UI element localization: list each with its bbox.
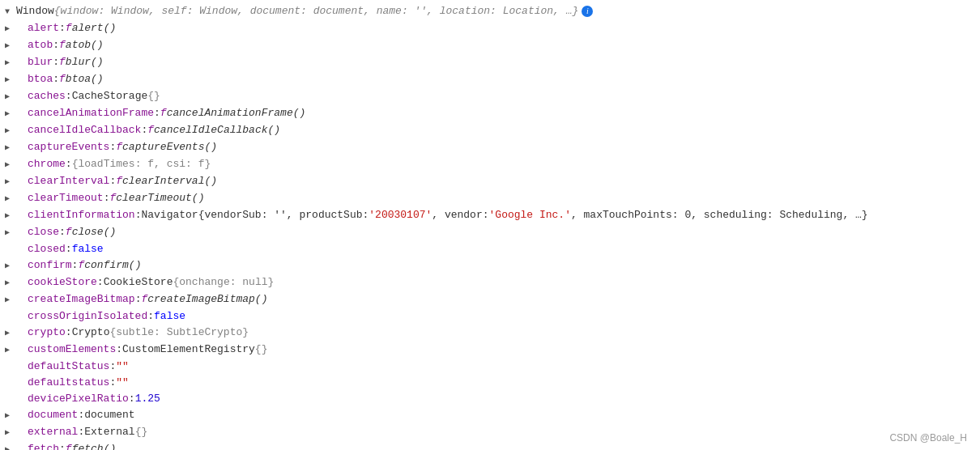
property-key: defaultStatus (28, 359, 109, 374)
console-line[interactable]: fetch: f fetch() (0, 441, 980, 450)
expand-arrow[interactable] (5, 426, 16, 440)
obj-preview: {} (135, 425, 148, 439)
property-key: btoa (28, 72, 53, 87)
func-name: cancelAnimationFrame() (167, 106, 306, 121)
string-value: "" (116, 376, 129, 390)
window-preview: {window: Window, self: Window, document:… (54, 4, 579, 19)
console-line[interactable]: createImageBitmap: f createImageBitmap() (0, 291, 980, 308)
obj-preview: {} (147, 89, 160, 104)
console-line[interactable]: customElements: CustomElementRegistry {} (0, 342, 980, 359)
expand-arrow[interactable] (5, 443, 16, 450)
expand-arrow[interactable] (5, 259, 16, 274)
func-name: clearInterval() (122, 174, 217, 189)
func-name: close() (72, 225, 117, 240)
console-line[interactable]: btoa: f btoa() (0, 71, 980, 88)
property-key: clearTimeout (28, 191, 104, 206)
expand-arrow[interactable] (5, 141, 16, 155)
console-line[interactable]: cookieStore: CookieStore {onchange: null… (0, 274, 980, 291)
console-line[interactable]: cancelAnimationFrame: f cancelAnimationF… (0, 105, 980, 122)
info-icon[interactable]: i (582, 6, 593, 17)
expand-arrow[interactable] (5, 343, 16, 358)
console-panel: Window {window: Window, self: Window, do… (0, 0, 980, 450)
expand-arrow[interactable] (5, 175, 16, 189)
console-line[interactable]: external: External {} (0, 424, 980, 441)
property-key: fetch (28, 442, 59, 450)
obj-type-name: Crypto (72, 325, 110, 340)
func-name: alert() (72, 21, 117, 36)
property-key: caches (28, 89, 66, 104)
func-keyword: f (66, 225, 72, 240)
console-line[interactable]: cancelIdleCallback: f cancelIdleCallback… (0, 122, 980, 139)
console-line[interactable]: clearInterval: f clearInterval() (0, 173, 980, 190)
console-line[interactable]: confirm: f confirm() (0, 257, 980, 274)
expand-arrow[interactable] (5, 209, 16, 223)
expand-arrow[interactable] (5, 192, 16, 206)
func-keyword: f (141, 292, 147, 307)
func-name: createImageBitmap() (147, 292, 267, 307)
console-line[interactable]: document: document (0, 407, 980, 424)
property-key: cancelIdleCallback (28, 123, 141, 138)
console-line[interactable]: closed: false (0, 241, 980, 257)
property-key: createImageBitmap (28, 292, 135, 307)
property-key: alert (28, 21, 59, 36)
obj-type-name: CacheStorage (72, 89, 148, 104)
property-key: external (28, 425, 78, 439)
attribution-text: CSDN @Boale_H (889, 432, 967, 444)
console-line[interactable]: Window {window: Window, self: Window, do… (0, 3, 980, 20)
property-key: blur (28, 55, 53, 70)
expand-arrow[interactable] (5, 73, 16, 87)
expand-arrow[interactable] (5, 326, 16, 341)
obj-type-name: CustomElementRegistry (122, 342, 255, 357)
console-line[interactable]: clientInformation: Navigator {vendorSub:… (0, 207, 980, 224)
func-name: atob() (66, 38, 104, 53)
console-line[interactable]: atob: f atob() (0, 37, 980, 54)
expand-arrow[interactable] (5, 107, 16, 121)
property-key: confirm (28, 258, 72, 273)
console-line[interactable]: devicePixelRatio: 1.25 (0, 391, 980, 407)
expand-arrow[interactable] (5, 56, 16, 70)
obj-preview: {subtle: SubtleCrypto} (109, 325, 249, 340)
func-keyword: f (116, 140, 122, 155)
func-keyword: f (160, 106, 167, 121)
bool-value: false (154, 309, 185, 324)
property-key: crypto (28, 325, 66, 340)
console-line[interactable]: alert: f alert() (0, 20, 980, 37)
console-line[interactable]: blur: f blur() (0, 54, 980, 71)
obj-preview: {} (255, 342, 268, 357)
console-line[interactable]: caches: CacheStorage {} (0, 88, 980, 105)
string-value: 'Google Inc.' (489, 208, 571, 223)
expand-arrow[interactable] (5, 124, 16, 138)
expand-arrow[interactable] (5, 39, 16, 53)
expand-arrow[interactable] (5, 276, 16, 291)
console-line[interactable]: clearTimeout: f clearTimeout() (0, 190, 980, 207)
console-line[interactable]: defaultStatus: "" (0, 359, 980, 375)
console-line[interactable]: chrome: {loadTimes: f, csi: f} (0, 156, 980, 173)
string-value: '20030107' (369, 208, 432, 223)
func-name: captureEvents() (122, 140, 217, 155)
func-keyword: f (116, 174, 122, 189)
window-obj-name: Window (16, 4, 54, 19)
property-key: cancelAnimationFrame (28, 106, 154, 121)
property-key: cookieStore (28, 275, 97, 290)
console-line[interactable]: captureEvents: f captureEvents() (0, 139, 980, 156)
console-line[interactable]: close: f close() (0, 224, 980, 241)
console-line[interactable]: crossOriginIsolated: false (0, 308, 980, 325)
console-line[interactable]: crypto: Crypto {subtle: SubtleCrypto} (0, 325, 980, 342)
expand-arrow[interactable] (5, 226, 16, 240)
expand-arrow[interactable] (5, 293, 16, 308)
expand-arrow[interactable] (5, 22, 16, 36)
func-name: fetch() (72, 442, 117, 450)
expand-arrow[interactable] (5, 90, 16, 104)
obj-type-name: Navigator (141, 208, 198, 223)
property-key: crossOriginIsolated (28, 309, 147, 324)
func-keyword: f (59, 72, 66, 87)
console-line[interactable]: defaultstatus: "" (0, 375, 980, 391)
func-name: blur() (66, 55, 104, 70)
number-value: 1.25 (135, 392, 160, 406)
obj-preview: {onchange: null} (173, 275, 274, 290)
property-key: devicePixelRatio (28, 392, 129, 406)
property-key: captureEvents (28, 140, 109, 155)
expand-arrow[interactable] (5, 5, 16, 19)
expand-arrow[interactable] (5, 409, 16, 423)
expand-arrow[interactable] (5, 158, 16, 172)
